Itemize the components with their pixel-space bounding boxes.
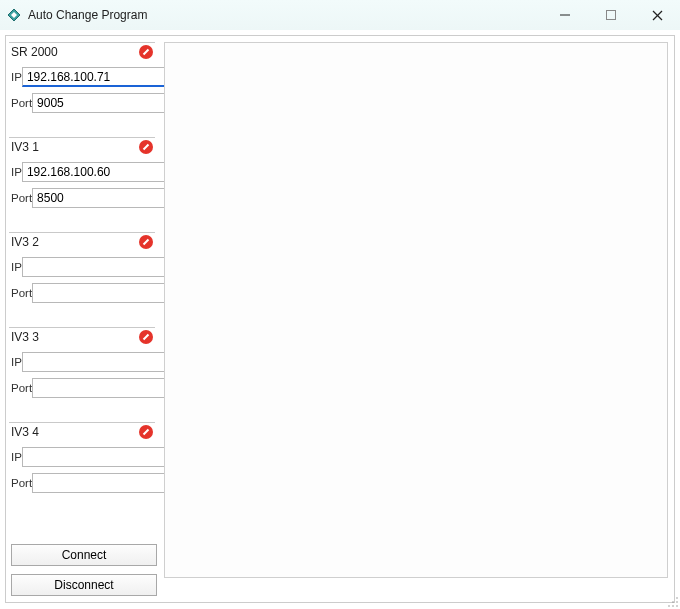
- svg-point-17: [672, 601, 674, 603]
- app-icon: [6, 7, 22, 23]
- device-group-sr2000: SR 2000 IP Port: [9, 42, 155, 113]
- content-panel: [164, 42, 668, 578]
- port-label: Port: [9, 97, 32, 109]
- device-group-label: IV3 4: [11, 425, 139, 439]
- device-group-iv3-1: IV3 1 IP Port: [9, 137, 155, 208]
- window-title: Auto Change Program: [28, 8, 147, 22]
- device-group-label: IV3 3: [11, 330, 139, 344]
- close-button[interactable]: [634, 0, 680, 30]
- ip-label: IP: [9, 166, 22, 178]
- minimize-button[interactable]: [542, 0, 588, 30]
- device-group-label: IV3 2: [11, 235, 139, 249]
- window-controls: [542, 0, 680, 30]
- status-disconnected-icon: [139, 45, 153, 59]
- ip-input-iv3-3[interactable]: [22, 352, 182, 372]
- device-group-label: IV3 1: [11, 140, 139, 154]
- port-label: Port: [9, 287, 32, 299]
- port-label: Port: [9, 477, 32, 489]
- svg-point-16: [676, 597, 678, 599]
- ip-label: IP: [9, 261, 22, 273]
- ip-input-iv3-1[interactable]: [22, 162, 182, 182]
- ip-input-iv3-2[interactable]: [22, 257, 182, 277]
- ip-input-sr2000[interactable]: [22, 67, 182, 87]
- ip-input-iv3-4[interactable]: [22, 447, 182, 467]
- port-label: Port: [9, 192, 32, 204]
- ip-label: IP: [9, 356, 22, 368]
- svg-point-19: [668, 605, 670, 607]
- connect-button[interactable]: Connect: [11, 544, 157, 566]
- device-group-label: SR 2000: [11, 45, 139, 59]
- svg-point-20: [672, 605, 674, 607]
- device-group-iv3-2: IV3 2 IP Port: [9, 232, 155, 303]
- status-disconnected-icon: [139, 140, 153, 154]
- svg-point-21: [676, 605, 678, 607]
- status-disconnected-icon: [139, 235, 153, 249]
- svg-point-18: [676, 601, 678, 603]
- sidebar: SR 2000 IP Port IV3 1: [6, 36, 158, 602]
- device-group-iv3-3: IV3 3 IP Port: [9, 327, 155, 398]
- maximize-button[interactable]: [588, 0, 634, 30]
- port-label: Port: [9, 382, 32, 394]
- ip-label: IP: [9, 71, 22, 83]
- resize-grip-icon[interactable]: [667, 596, 679, 608]
- ip-label: IP: [9, 451, 22, 463]
- main-frame: SR 2000 IP Port IV3 1: [5, 35, 675, 603]
- device-group-iv3-4: IV3 4 IP Port: [9, 422, 155, 493]
- status-disconnected-icon: [139, 425, 153, 439]
- svg-rect-3: [607, 11, 616, 20]
- disconnect-button[interactable]: Disconnect: [11, 574, 157, 596]
- status-disconnected-icon: [139, 330, 153, 344]
- titlebar: Auto Change Program: [0, 0, 680, 30]
